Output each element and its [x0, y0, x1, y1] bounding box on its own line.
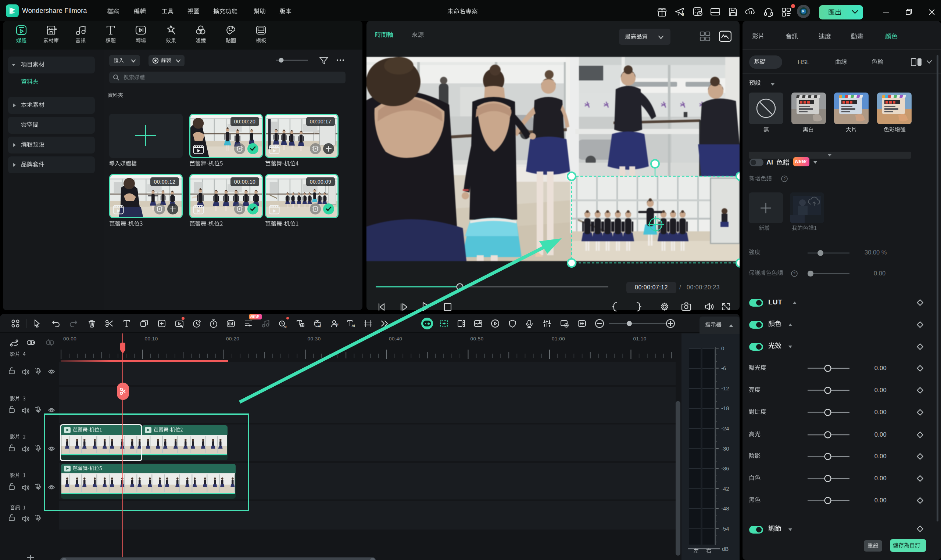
svg-text:AI: AI: [318, 325, 321, 328]
svg-text:AI: AI: [352, 324, 355, 328]
svg-text:AI: AI: [284, 325, 287, 328]
svg-text:?: ?: [783, 177, 785, 181]
svg-text:AI: AI: [336, 323, 339, 326]
svg-text:8: 8: [682, 12, 684, 17]
svg-text:?: ?: [793, 271, 796, 276]
